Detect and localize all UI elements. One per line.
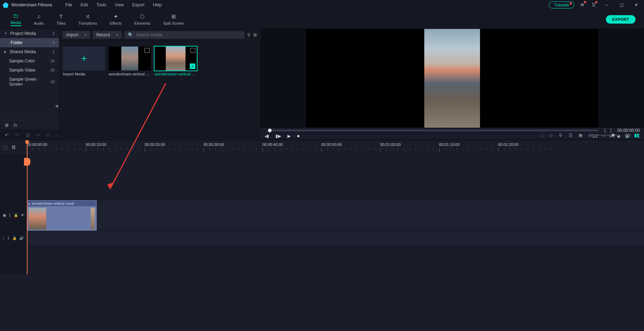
clip-thumbnail	[29, 208, 46, 229]
tab-media[interactable]: 🗀 Media	[4, 13, 28, 26]
clip-thumbnail-end	[91, 208, 95, 229]
sidebar-item-shared-media[interactable]: ▶ Shared Media 1	[0, 47, 59, 56]
lock-icon[interactable]: 🔒	[14, 213, 18, 217]
record-dropdown[interactable]: Record ▾	[93, 31, 122, 39]
minimize-button[interactable]: ─	[602, 1, 612, 8]
zoom-out-button[interactable]: ⊖	[588, 133, 592, 138]
filter-icon[interactable]: ⚲	[247, 32, 250, 37]
app-title: Wondershare Filmora	[11, 2, 52, 7]
media-import-tile[interactable]: + Import Media	[63, 47, 105, 76]
marker-icon[interactable]: ◇	[549, 133, 553, 138]
sidebar-item-project-media[interactable]: ▼ Project Media 2	[0, 29, 59, 38]
zoom-fit-button[interactable]: ▮▮	[634, 133, 639, 138]
chevron-down-icon: ▾	[116, 33, 118, 37]
media-grid: + Import Media wondershare-vertical pla.…	[59, 41, 260, 82]
media-panel: Import ▾ Record ▾ 🔍 ⚲ ⊞ + Import Media w…	[59, 29, 260, 130]
tab-elements[interactable]: ⬡ Elements	[128, 13, 157, 25]
timeline-clip[interactable]: ▸ wondershare-vertical cloud	[27, 200, 97, 231]
tab-audio[interactable]: ♫ Audio	[28, 13, 50, 25]
message-icon[interactable]: ✉	[579, 2, 585, 8]
collapse-sidebar-button[interactable]: ◀	[55, 104, 58, 108]
adjust-button[interactable]: ⎚	[47, 133, 49, 138]
app-logo-icon	[3, 2, 8, 8]
snap-icon[interactable]: ⬚	[4, 145, 7, 150]
lock-icon[interactable]: 🔒	[12, 236, 17, 240]
sidebar-item-sample-green[interactable]: Sample Green Screen 10	[0, 75, 59, 89]
time-mark: 00:00:30:00	[203, 142, 224, 147]
menu-view[interactable]: View	[112, 2, 127, 7]
stop-button[interactable]: ■	[297, 134, 299, 139]
tab-titles[interactable]: T Titles	[50, 13, 72, 25]
speaker-icon[interactable]: 🔊	[19, 236, 24, 240]
redo-button[interactable]: ↷	[15, 133, 19, 138]
playhead[interactable]	[27, 140, 28, 274]
timeline-tracks: ▣ 1 🔒 👁 ▸ wondershare-vertical cloud ♪ 1…	[0, 154, 644, 274]
eye-icon[interactable]: 👁	[21, 213, 24, 217]
sidebar-item-sample-color[interactable]: Sample Color 24	[0, 56, 59, 66]
media-item-2[interactable]: ✓ wondershare-vertical clo...	[154, 47, 197, 76]
import-dropdown[interactable]: Import ▾	[63, 31, 90, 39]
add-folder-icon[interactable]: ⊞	[5, 123, 8, 128]
zoom-in-button[interactable]: ⊕	[625, 133, 628, 138]
sidebar-item-folder[interactable]: Folder 2	[0, 38, 59, 47]
undo-button[interactable]: ↶	[5, 133, 9, 138]
close-button[interactable]: ✕	[631, 1, 641, 8]
sidebar-item-sample-video[interactable]: Sample Video 20	[0, 66, 59, 75]
timeline-ruler[interactable]: ⬚ ⛓ 00:00:00:0000:00:10:0000:00:20:0000:…	[0, 140, 644, 154]
media-item-1[interactable]: wondershare-vertical pla...	[109, 47, 151, 76]
preview-scrubber[interactable]	[268, 130, 598, 131]
maximize-button[interactable]: ▢	[616, 1, 626, 8]
track-empty	[0, 246, 644, 274]
sidebar-item-count: 20	[50, 68, 55, 72]
playhead-handle[interactable]	[24, 158, 30, 166]
video-track-1[interactable]: ▣ 1 🔒 👁 ▸ wondershare-vertical cloud	[0, 200, 644, 231]
search-input[interactable]	[136, 32, 241, 37]
time-mark: 00:00:00:00	[27, 142, 47, 147]
menu-help[interactable]: Help	[150, 2, 165, 7]
play-button[interactable]: ▶	[287, 134, 291, 139]
check-icon: ✓	[190, 63, 195, 69]
prev-frame-button[interactable]: ◂▮	[265, 134, 269, 139]
tutorials-button[interactable]: Tutorials	[549, 1, 574, 8]
grid-view-icon[interactable]: ⊞	[253, 32, 257, 37]
crop-icon[interactable]: ▣	[578, 133, 583, 138]
play-pause-button[interactable]: ▮▶	[275, 134, 281, 139]
chevron-down-icon: ▼	[4, 32, 7, 35]
thumb-label: wondershare-vertical clo...	[154, 72, 197, 76]
titlebar: Wondershare Filmora File Edit Tools View…	[0, 0, 644, 10]
menu-file[interactable]: File	[62, 2, 75, 7]
time-mark: 00:01:10:00	[439, 142, 460, 147]
audio-wave-button[interactable]: ⎍	[56, 133, 59, 138]
sidebar-item-count: 2	[53, 31, 55, 36]
track-type-icon: ▣	[3, 213, 6, 217]
tab-transitions[interactable]: ⤭ Transitions	[72, 13, 103, 25]
tab-media-label: Media	[11, 20, 21, 26]
main-area: ▼ Project Media 2 Folder 2 ▶ Shared Medi…	[0, 29, 644, 130]
mixer-icon[interactable]: ☰	[569, 133, 573, 138]
render-icon[interactable]: ◌	[540, 133, 543, 138]
tool-toolbar: 🗀 Media ♫ Audio T Titles ⤭ Transitions ✦…	[0, 10, 644, 29]
search-box[interactable]: 🔍	[124, 31, 244, 39]
zoom-slider[interactable]	[598, 135, 619, 136]
text-icon: T	[59, 13, 62, 20]
menu-edit[interactable]: Edit	[78, 2, 91, 7]
export-button[interactable]: EXPORT	[606, 15, 636, 24]
sidebar-item-count: 24	[50, 59, 55, 63]
sidebar-item-count: 10	[50, 80, 55, 84]
menu-tools[interactable]: Tools	[93, 2, 109, 7]
audio-track-1[interactable]: ♪ 1 🔒 🔊	[0, 231, 644, 246]
tab-effects[interactable]: ✦ Effects	[103, 13, 128, 25]
scrubber-handle[interactable]	[268, 129, 272, 132]
menu-export[interactable]: Export	[129, 2, 147, 7]
tab-split-label: Split Screen	[163, 21, 184, 25]
tab-split-screen[interactable]: ⊞ Split Screen	[157, 13, 190, 25]
voiceover-icon[interactable]: 🎙	[558, 133, 563, 138]
link-icon[interactable]: ⛓	[12, 145, 16, 150]
clip-label: wondershare-vertical cloud	[32, 202, 74, 206]
time-mark: 00:00:20:00	[145, 142, 165, 147]
tasks-icon[interactable]: ☲	[590, 2, 597, 8]
tab-titles-label: Titles	[56, 21, 66, 25]
cut-button[interactable]: ✂	[36, 133, 40, 138]
delete-button[interactable]: 🗑	[25, 133, 30, 138]
folder-icon[interactable]: 🗀	[13, 123, 18, 128]
